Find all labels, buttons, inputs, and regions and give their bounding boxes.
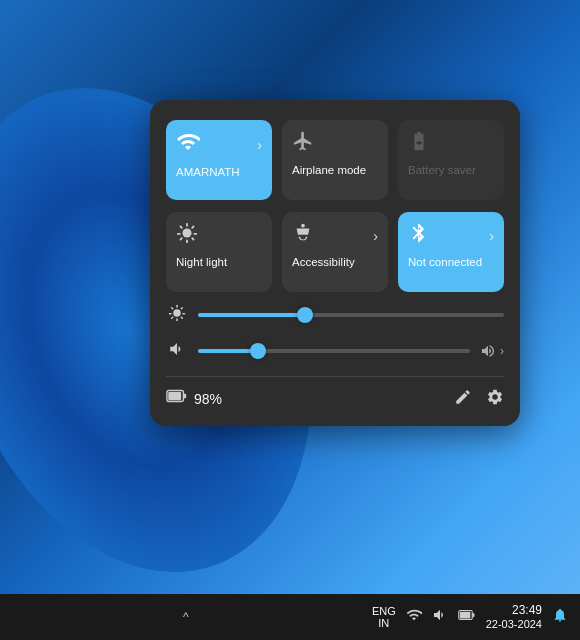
airplane-label: Airplane mode <box>292 164 366 178</box>
svg-rect-9 <box>472 614 474 618</box>
taskbar-wifi-icon[interactable] <box>406 607 422 626</box>
battery-saver-label: Battery saver <box>408 164 476 178</box>
notification-bell-icon[interactable] <box>552 607 568 627</box>
time-block[interactable]: 23:49 22-03-2024 <box>486 603 542 631</box>
accessibility-label: Accessibility <box>292 256 355 270</box>
brightness-thumb[interactable] <box>297 307 313 323</box>
bluetooth-label: Not connected <box>408 256 482 270</box>
battery-saver-tile[interactable]: Battery saver <box>398 120 504 200</box>
taskbar: ^ ENG IN 23:49 22-03-2024 <box>0 594 580 640</box>
language-indicator[interactable]: ENG IN <box>372 605 396 629</box>
night-light-tile[interactable]: Night light <box>166 212 272 292</box>
accessibility-icon <box>292 222 314 250</box>
wifi-chevron: › <box>257 137 262 153</box>
lang-line1: ENG <box>372 605 396 617</box>
battery-status-icon <box>166 387 188 410</box>
wifi-label: AMARNATH <box>176 166 240 180</box>
volume-slider[interactable] <box>198 349 470 353</box>
night-light-label: Night light <box>176 256 227 270</box>
lang-line2: IN <box>378 617 389 629</box>
brightness-row <box>166 304 504 326</box>
edit-icon[interactable] <box>454 388 472 410</box>
bluetooth-chevron: › <box>489 228 494 244</box>
taskbar-left: ^ <box>0 610 372 624</box>
battery-percent: 98% <box>194 391 222 407</box>
battery-info: 98% <box>166 387 222 410</box>
battery-saver-icon <box>408 130 430 158</box>
svg-point-2 <box>301 224 305 228</box>
accessibility-chevron: › <box>373 228 378 244</box>
night-light-icon <box>176 222 198 250</box>
sound-output-icon[interactable]: › <box>480 343 504 359</box>
tiles-row-1: › AMARNATH Airplane mode <box>166 120 504 200</box>
time-display: 23:49 <box>512 603 542 617</box>
bottom-actions <box>454 388 504 410</box>
taskbar-right: ENG IN 23:49 22-03-2024 <box>372 603 580 631</box>
quick-settings-panel: › AMARNATH Airplane mode <box>150 100 520 426</box>
bluetooth-icon <box>408 222 430 250</box>
bluetooth-tile[interactable]: › Not connected <box>398 212 504 292</box>
taskbar-volume-icon[interactable] <box>432 607 448 626</box>
taskbar-overflow-chevron[interactable]: ^ <box>175 610 197 624</box>
svg-point-1 <box>182 228 191 237</box>
date-display: 22-03-2024 <box>486 618 542 631</box>
settings-icon[interactable] <box>486 388 504 410</box>
wifi-icon <box>176 130 200 160</box>
brightness-icon <box>166 304 188 326</box>
volume-row: › <box>166 340 504 362</box>
brightness-slider[interactable] <box>198 313 504 317</box>
svg-point-3 <box>173 309 181 317</box>
sliders-section: › <box>166 304 504 362</box>
bottom-bar: 98% <box>166 376 504 410</box>
airplane-icon <box>292 130 314 158</box>
wifi-tile[interactable]: › AMARNATH <box>166 120 272 200</box>
svg-rect-6 <box>183 394 186 399</box>
svg-rect-8 <box>460 612 471 619</box>
tiles-row-2: Night light › Accessibility <box>166 212 504 292</box>
brightness-fill <box>198 313 305 317</box>
accessibility-tile[interactable]: › Accessibility <box>282 212 388 292</box>
airplane-tile[interactable]: Airplane mode <box>282 120 388 200</box>
svg-rect-5 <box>168 392 181 400</box>
volume-icon <box>166 340 188 362</box>
volume-thumb[interactable] <box>250 343 266 359</box>
taskbar-battery-icon[interactable] <box>458 608 476 625</box>
